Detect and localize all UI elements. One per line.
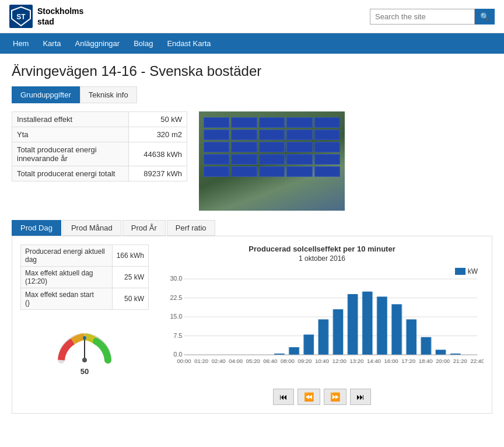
stats-row: Producerad energi aktuell dag166 kWh (21, 245, 149, 267)
info-section: Installerad effekt50 kWYta320 m2Totalt p… (12, 111, 492, 211)
logo: ST Stockholms stad (9, 5, 83, 28)
nav-bar: Hem Karta Anläggningar Bolag Endast Kart… (0, 33, 504, 54)
stat-value: 166 kWh (112, 245, 148, 267)
last-button[interactable]: ⏭ (350, 389, 371, 405)
tab-prod-ar[interactable]: Prod År (123, 220, 166, 236)
main-content: Ärvingevägen 14-16 - Svenska bostäder Gr… (0, 54, 504, 423)
chart-subtitle: 1 oktober 2016 (160, 254, 484, 263)
info-table: Installerad effekt50 kWYta320 m2Totalt p… (12, 111, 187, 181)
logo-line2: stad (37, 17, 54, 26)
chart-legend: kW (455, 267, 478, 275)
svg-point-5 (83, 336, 86, 340)
chart-section: Producerad energi aktuell dag166 kWhMax … (12, 236, 492, 414)
info-row: Yta320 m2 (12, 127, 187, 142)
stats-row: Max effekt aktuell dag(12:20)25 kW (21, 267, 149, 288)
info-table-wrap: Installerad effekt50 kWYta320 m2Totalt p… (12, 111, 187, 211)
search-area: 🔍 (370, 9, 495, 25)
page-title: Ärvingevägen 14-16 - Svenska bostäder (12, 63, 492, 79)
info-value: 89237 kWh (129, 166, 187, 181)
bar-chart (160, 267, 484, 378)
nav-item-endast-karta[interactable]: Endast Karta (160, 33, 218, 54)
svg-text:ST: ST (16, 13, 26, 21)
stat-value: 50 kW (112, 288, 148, 310)
tab-perf-ratio[interactable]: Perf ratio (167, 220, 215, 236)
tab-grunduppgifter[interactable]: Grunduppgifter (12, 86, 80, 103)
stat-value: 25 kW (112, 267, 148, 288)
next-button[interactable]: ⏩ (324, 389, 346, 405)
logo-shield-icon: ST (9, 5, 33, 28)
info-value: 50 kW (129, 112, 187, 127)
prev-button[interactable]: ⏪ (298, 389, 320, 405)
nav-item-hem[interactable]: Hem (6, 33, 36, 54)
tab-prod-manad[interactable]: Prod Månad (62, 220, 121, 236)
gauge-container: 50 (20, 319, 149, 376)
info-row: Totalt producerat energi totalt89237 kWh (12, 166, 187, 181)
info-label: Yta (12, 127, 129, 142)
stats-table: Producerad energi aktuell dag166 kWhMax … (20, 245, 149, 310)
info-label: Totalt producerat energi innevarande år (12, 142, 129, 166)
building-image (199, 111, 345, 211)
gauge-svg (52, 319, 117, 366)
logo-text: Stockholms stad (37, 6, 83, 27)
solar-panel-image (199, 111, 345, 211)
info-label: Totalt producerat energi totalt (12, 166, 129, 181)
chart-tabs: Prod Dag Prod Månad Prod År Perf ratio (12, 220, 492, 236)
main-tabs: Grunduppgifter Teknisk info (12, 86, 492, 103)
nav-item-karta[interactable]: Karta (36, 33, 68, 54)
info-row: Installerad effekt50 kW (12, 112, 187, 127)
svg-point-4 (82, 358, 87, 362)
stat-label: Producerad energi aktuell dag (21, 245, 113, 267)
tab-prod-dag[interactable]: Prod Dag (12, 220, 61, 236)
info-row: Totalt producerat energi innevarande år4… (12, 142, 187, 166)
info-value: 44638 kWh (129, 142, 187, 166)
info-value: 320 m2 (129, 127, 187, 142)
chart-left-panel: Producerad energi aktuell dag166 kWhMax … (20, 245, 149, 405)
info-label: Installerad effekt (12, 112, 129, 127)
first-button[interactable]: ⏮ (273, 389, 294, 405)
header: ST Stockholms stad 🔍 (0, 0, 504, 33)
search-input[interactable] (370, 9, 475, 25)
chart-title: Producerad solcellseffekt per 10 minuter (160, 245, 484, 253)
gauge-value: 50 (80, 367, 89, 376)
search-button[interactable]: 🔍 (475, 9, 495, 25)
tab-teknisk-info[interactable]: Teknisk info (80, 86, 137, 103)
nav-item-bolag[interactable]: Bolag (127, 33, 160, 54)
stat-label: Max effekt aktuell dag(12:20) (21, 267, 113, 288)
chart-nav-buttons: ⏮ ⏪ ⏩ ⏭ (160, 389, 484, 405)
chart-right-panel: Producerad solcellseffekt per 10 minuter… (160, 245, 484, 405)
stats-row: Max effekt sedan start()50 kW (21, 288, 149, 310)
stat-label: Max effekt sedan start() (21, 288, 113, 310)
chart-area: kW (160, 267, 484, 384)
logo-line1: Stockholms (37, 6, 83, 16)
legend-color-box (455, 268, 466, 275)
nav-item-anlaggningar[interactable]: Anläggningar (68, 33, 127, 54)
legend-label: kW (468, 267, 478, 275)
